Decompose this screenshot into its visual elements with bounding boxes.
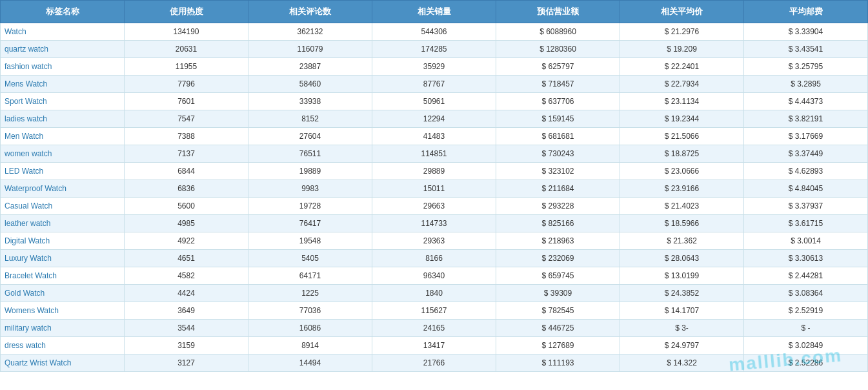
data-cell: $ 3.08364 <box>744 285 868 302</box>
tag-name-cell[interactable]: Womens Watch <box>1 302 125 320</box>
data-cell: 33938 <box>248 93 372 110</box>
data-cell: $ 3.25795 <box>744 58 868 76</box>
data-cell: $ 21.5066 <box>620 128 744 145</box>
table-row: military watch35441608624165$ 446725$ 3-… <box>1 320 868 337</box>
tag-name-cell[interactable]: Mens Watch <box>1 76 125 93</box>
data-cell: 116079 <box>248 41 372 58</box>
data-cell: 544306 <box>372 23 496 41</box>
data-cell: 13417 <box>372 337 496 354</box>
data-cell: $ 2.44281 <box>744 267 868 285</box>
table-row: dress watch3159891413417$ 127689$ 24.979… <box>1 337 868 354</box>
tag-name-cell[interactable]: Gold Watch <box>1 285 125 302</box>
data-cell: 21766 <box>372 354 496 372</box>
data-cell: 3544 <box>125 320 248 337</box>
table-row: ladies watch7547815212294$ 159145$ 19.23… <box>1 110 868 128</box>
data-cell: $ 3.2895 <box>744 76 868 93</box>
data-cell: $ 782545 <box>496 302 620 320</box>
table-body: Watch134190362132544306$ 6088960$ 21.297… <box>1 23 868 372</box>
data-cell: 96340 <box>372 267 496 285</box>
data-cell: 58460 <box>248 76 372 93</box>
data-cell: 6844 <box>125 163 248 180</box>
data-cell: $ 730243 <box>496 145 620 163</box>
data-cell: $ 39309 <box>496 285 620 302</box>
data-cell: 16086 <box>248 320 372 337</box>
data-cell: $ 625797 <box>496 58 620 76</box>
data-cell: $ 23.0666 <box>620 163 744 180</box>
data-cell: $ 3.82191 <box>744 110 868 128</box>
table-row: quartz watch20631116079174285$ 1280360$ … <box>1 41 868 58</box>
data-cell: 29363 <box>372 232 496 250</box>
data-cell: 41483 <box>372 128 496 145</box>
tag-name-cell[interactable]: Sport Watch <box>1 93 125 110</box>
data-cell: $ 19.2344 <box>620 110 744 128</box>
table-row: Waterproof Watch6836998315011$ 211684$ 2… <box>1 180 868 198</box>
data-cell: $ 3.37937 <box>744 198 868 215</box>
data-cell: $ 3.33904 <box>744 23 868 41</box>
table-row: Mens Watch77965846087767$ 718457$ 22.793… <box>1 76 868 93</box>
data-cell: $ 3.43541 <box>744 41 868 58</box>
data-cell: $ 111193 <box>496 354 620 372</box>
data-cell: 8914 <box>248 337 372 354</box>
data-cell: $ 211684 <box>496 180 620 198</box>
data-cell: 29889 <box>372 163 496 180</box>
table-row: Quartz Wrist Watch31271449421766$ 111193… <box>1 354 868 372</box>
data-cell: 24165 <box>372 320 496 337</box>
data-cell: $ 637706 <box>496 93 620 110</box>
data-cell: $ 3.30613 <box>744 250 868 267</box>
tag-name-cell[interactable]: leather watch <box>1 215 125 232</box>
table-row: Casual Watch56001972829663$ 293228$ 21.4… <box>1 198 868 215</box>
data-cell: 4651 <box>125 250 248 267</box>
data-cell: 3649 <box>125 302 248 320</box>
data-cell: $ 22.2401 <box>620 58 744 76</box>
tag-name-cell[interactable]: fashion watch <box>1 58 125 76</box>
data-cell: $ 14.322 <box>620 354 744 372</box>
table-row: Men Watch73882760441483$ 681681$ 21.5066… <box>1 128 868 145</box>
tag-name-cell[interactable]: women watch <box>1 145 125 163</box>
data-cell: 4424 <box>125 285 248 302</box>
data-cell: 76511 <box>248 145 372 163</box>
table-row: leather watch498576417114733$ 825166$ 18… <box>1 215 868 232</box>
data-cell: $ 446725 <box>496 320 620 337</box>
tag-name-cell[interactable]: Digital Watch <box>1 232 125 250</box>
data-cell: $ 23.9166 <box>620 180 744 198</box>
data-cell: $ 1280360 <box>496 41 620 58</box>
data-cell: 29663 <box>372 198 496 215</box>
tag-name-cell[interactable]: Quartz Wrist Watch <box>1 354 125 372</box>
data-cell: 14494 <box>248 354 372 372</box>
data-cell: $ 13.0199 <box>620 267 744 285</box>
tag-name-cell[interactable]: ladies watch <box>1 110 125 128</box>
tag-name-cell[interactable]: Men Watch <box>1 128 125 145</box>
data-cell: 7547 <box>125 110 248 128</box>
table-row: Bracelet Watch45826417196340$ 659745$ 13… <box>1 267 868 285</box>
tag-name-cell[interactable]: Bracelet Watch <box>1 267 125 285</box>
column-header-2: 相关评论数 <box>248 1 372 23</box>
data-cell: 134190 <box>125 23 248 41</box>
tag-name-cell[interactable]: Luxury Watch <box>1 250 125 267</box>
data-cell: 5600 <box>125 198 248 215</box>
tag-name-cell[interactable]: LED Watch <box>1 163 125 180</box>
table-header-row: 标签名称使用热度相关评论数相关销量预估营业额相关平均价平均邮费 <box>1 1 868 23</box>
tag-name-cell[interactable]: military watch <box>1 320 125 337</box>
tag-name-cell[interactable]: Watch <box>1 23 125 41</box>
data-cell: $ 681681 <box>496 128 620 145</box>
table-row: Digital Watch49221954829363$ 218963$ 21.… <box>1 232 868 250</box>
data-cell: $ 293228 <box>496 198 620 215</box>
data-cell: 19728 <box>248 198 372 215</box>
data-cell: 4922 <box>125 232 248 250</box>
tag-name-cell[interactable]: dress watch <box>1 337 125 354</box>
tag-name-cell[interactable]: quartz watch <box>1 41 125 58</box>
data-cell: 3159 <box>125 337 248 354</box>
data-cell: 1840 <box>372 285 496 302</box>
data-cell: 115627 <box>372 302 496 320</box>
table-row: Sport Watch76013393850961$ 637706$ 23.11… <box>1 93 868 110</box>
data-cell: 9983 <box>248 180 372 198</box>
data-cell: 19889 <box>248 163 372 180</box>
data-cell: $ 3.61715 <box>744 215 868 232</box>
table-row: Womens Watch364977036115627$ 782545$ 14.… <box>1 302 868 320</box>
table-row: Gold Watch442412251840$ 39309$ 24.3852$ … <box>1 285 868 302</box>
data-cell: 7388 <box>125 128 248 145</box>
tag-name-cell[interactable]: Waterproof Watch <box>1 180 125 198</box>
tag-name-cell[interactable]: Casual Watch <box>1 198 125 215</box>
data-cell: $ 218963 <box>496 232 620 250</box>
data-cell: 76417 <box>248 215 372 232</box>
